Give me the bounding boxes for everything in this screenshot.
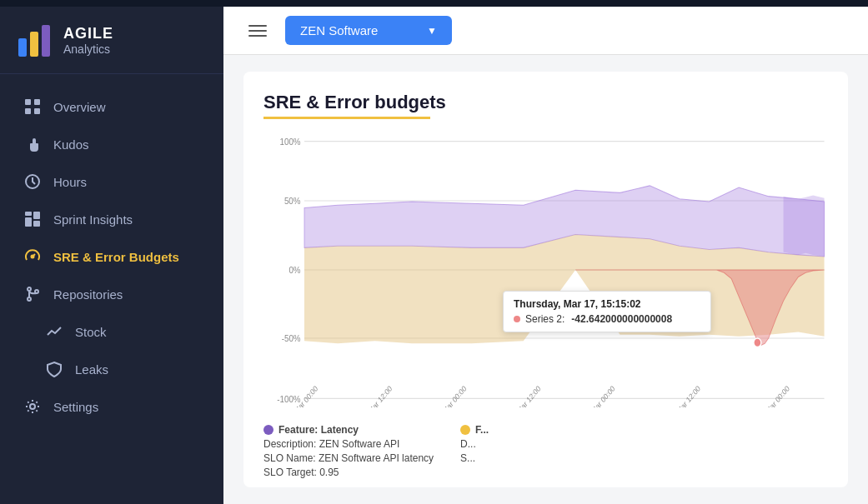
- svg-point-13: [32, 256, 34, 258]
- svg-rect-1: [30, 32, 38, 57]
- clock-icon: [23, 172, 42, 191]
- svg-text:50%: 50%: [284, 195, 301, 206]
- sidebar-label-settings: Settings: [53, 400, 98, 414]
- legend-dot-1: [460, 425, 470, 435]
- svg-rect-0: [18, 38, 27, 57]
- chart-container: 100% 50% 0% -50% -100%: [263, 132, 828, 407]
- sidebar: AGILE Analytics Overview: [0, 7, 223, 504]
- sidebar-item-kudos[interactable]: Kudos: [5, 126, 218, 162]
- hand-icon: [23, 135, 42, 153]
- legend-description-0: Description: ZEN Software API: [263, 438, 434, 450]
- sidebar-label-sre: SRE & Error Budgets: [53, 250, 179, 264]
- legend-slo-name-1: S...: [460, 452, 489, 464]
- sidebar-item-sre-error-budgets[interactable]: SRE & Error Budgets: [5, 238, 218, 275]
- logo-icon: [17, 22, 53, 58]
- legend-slo-name-0: SLO Name: ZEN Software API latency: [263, 452, 434, 464]
- project-selector-button[interactable]: ZEN Software ▼: [285, 16, 452, 45]
- svg-point-18: [30, 404, 35, 409]
- svg-rect-3: [25, 99, 31, 105]
- sidebar-label-hours: Hours: [53, 175, 87, 189]
- svg-point-15: [28, 297, 31, 301]
- legend-area: Feature: Latency Description: ZEN Softwa…: [263, 417, 828, 485]
- tooltip-series: Series 2: -42.642000000000008: [514, 313, 700, 325]
- sidebar-item-sprint-insights[interactable]: Sprint Insights: [5, 201, 218, 237]
- tooltip-series-value: -42.642000000000008: [571, 313, 672, 325]
- gauge-icon: [23, 247, 42, 266]
- app-subtitle: Analytics: [63, 42, 113, 56]
- svg-text:-50%: -50%: [282, 332, 301, 343]
- hamburger-line-3: [248, 35, 267, 37]
- svg-rect-2: [42, 25, 50, 57]
- legend-item-1: F... D... S...: [460, 424, 489, 478]
- legend-slo-target-0: SLO Target: 0.95: [263, 467, 434, 478]
- chevron-down-icon: ▼: [427, 25, 437, 37]
- hamburger-button[interactable]: [243, 20, 272, 42]
- shield-icon: [45, 360, 63, 378]
- chart-area: SRE & Error budgets 100% 50% 0%: [223, 55, 868, 504]
- sidebar-item-overview[interactable]: Overview: [5, 88, 218, 125]
- svg-text:17 Mar 00:00: 17 Mar 00:00: [583, 384, 616, 407]
- tooltip-title: Thursday, Mar 17, 15:15:02: [514, 298, 700, 310]
- chart-title-underline: [263, 117, 430, 119]
- main-content: ZEN Software ▼ SRE & Error budgets: [223, 7, 868, 504]
- svg-text:16 Mar 12:00: 16 Mar 12:00: [509, 384, 542, 407]
- svg-text:0%: 0%: [288, 264, 301, 275]
- hamburger-line-2: [248, 30, 267, 32]
- legend-feature-1: F...: [475, 424, 489, 436]
- logo-text: AGILE Analytics: [63, 25, 113, 56]
- fork-icon: [23, 285, 42, 303]
- sidebar-label-kudos: Kudos: [53, 137, 89, 152]
- svg-rect-10: [25, 217, 32, 227]
- sidebar-item-settings[interactable]: Settings: [5, 388, 218, 425]
- svg-text:15 Mar 12:00: 15 Mar 12:00: [360, 384, 394, 407]
- svg-text:16 Mar 00:00: 16 Mar 00:00: [434, 384, 468, 407]
- gear-icon: [23, 397, 42, 416]
- project-name: ZEN Software: [300, 23, 378, 37]
- svg-text:18 Mar 00:00: 18 Mar 00:00: [758, 384, 791, 407]
- legend-feature-0: Feature: Latency: [278, 424, 359, 436]
- legend-header-1: F...: [460, 424, 489, 436]
- svg-rect-9: [33, 212, 40, 219]
- sidebar-label-overview: Overview: [53, 100, 106, 114]
- tooltip-series-dot: [514, 316, 520, 322]
- legend-item-0: Feature: Latency Description: ZEN Softwa…: [263, 424, 434, 478]
- sidebar-item-repositories[interactable]: Repositories: [5, 276, 218, 312]
- chart-line-icon: [45, 322, 63, 341]
- svg-text:-100%: -100%: [277, 393, 301, 404]
- svg-rect-6: [34, 108, 40, 114]
- svg-rect-11: [33, 221, 40, 227]
- sidebar-item-leaks[interactable]: Leaks: [5, 351, 218, 387]
- legend-header-0: Feature: Latency: [263, 424, 434, 436]
- grid-icon: [23, 97, 42, 116]
- svg-text:100%: 100%: [280, 136, 301, 147]
- hamburger-line-1: [248, 25, 267, 27]
- chart-tooltip: Thursday, Mar 17, 15:15:02 Series 2: -42…: [503, 291, 711, 332]
- sidebar-label-leaks: Leaks: [75, 362, 108, 377]
- sidebar-label-sprint-insights: Sprint Insights: [53, 212, 133, 227]
- sidebar-nav: Overview Kudos Hours: [0, 74, 223, 504]
- chart-svg: 100% 50% 0% -50% -100%: [263, 132, 828, 407]
- sidebar-label-repositories: Repositories: [53, 287, 123, 302]
- legend-description-1: D...: [460, 438, 489, 450]
- sidebar-item-stock[interactable]: Stock: [5, 313, 218, 350]
- top-header: ZEN Software ▼: [223, 7, 868, 55]
- svg-point-14: [28, 287, 31, 291]
- chart-title: SRE & Error budgets: [263, 92, 828, 113]
- svg-rect-4: [34, 99, 40, 105]
- svg-point-36: [754, 338, 761, 347]
- svg-text:17 Mar 12:00: 17 Mar 12:00: [669, 384, 702, 407]
- svg-rect-5: [25, 108, 31, 114]
- app-title: AGILE: [63, 25, 113, 42]
- svg-rect-8: [25, 212, 32, 216]
- sidebar-label-stock: Stock: [75, 325, 107, 339]
- chart-card: SRE & Error budgets 100% 50% 0%: [243, 72, 848, 487]
- sidebar-item-hours[interactable]: Hours: [5, 163, 218, 200]
- tooltip-series-label: Series 2:: [525, 313, 564, 325]
- sidebar-logo: AGILE Analytics: [0, 7, 223, 74]
- legend-dot-0: [263, 425, 273, 435]
- dashboard-icon: [23, 210, 42, 228]
